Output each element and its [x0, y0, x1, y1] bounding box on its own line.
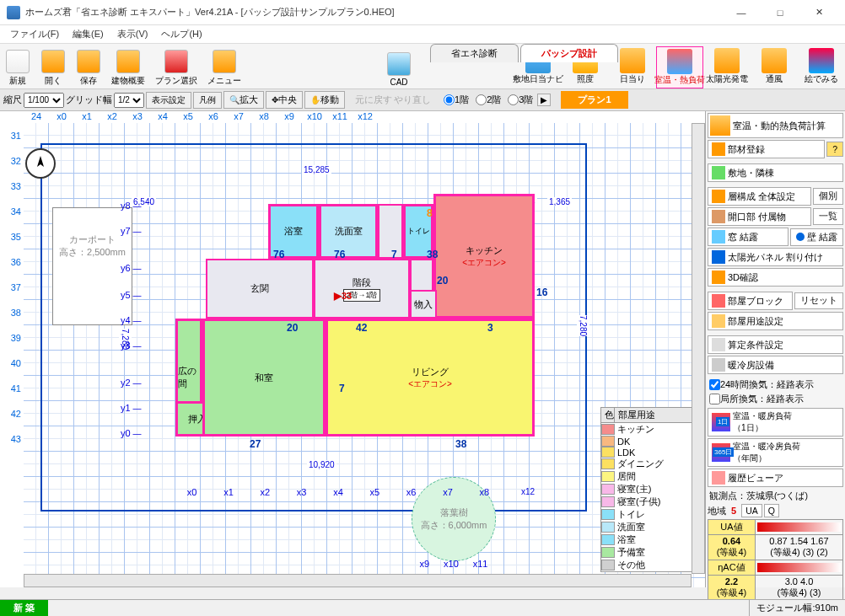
- solar-panel-button[interactable]: 太陽光パネル 割り付け: [708, 248, 843, 266]
- x12-label: x12: [521, 487, 535, 496]
- region-label: 地域: [708, 505, 726, 517]
- help-button[interactable]: ?: [826, 142, 843, 157]
- tab-passive[interactable]: パッシブ設計: [520, 44, 618, 62]
- menu-button[interactable]: メニュー: [202, 48, 246, 88]
- room-block-button[interactable]: 部屋ブロック: [708, 292, 793, 310]
- room-stair[interactable]: 階段2階→1階: [314, 259, 410, 319]
- vent-27: 27: [250, 438, 261, 450]
- q-btn[interactable]: Q: [764, 504, 779, 517]
- vent-38b: 38: [455, 438, 466, 450]
- scale-label: 縮尺: [3, 94, 22, 106]
- vent-16: 16: [536, 287, 547, 298]
- open-button[interactable]: 開く: [35, 48, 71, 88]
- cad-button[interactable]: CAD: [381, 51, 417, 88]
- scale-select[interactable]: 1/100: [24, 93, 64, 108]
- display-settings-button[interactable]: 表示設定: [146, 92, 191, 109]
- close-button[interactable]: ✕: [799, 0, 838, 25]
- scrollbar-h[interactable]: [24, 574, 692, 587]
- bigtool-picture[interactable]: 絵でみる: [798, 46, 845, 88]
- room-washitsu[interactable]: 和室: [202, 319, 326, 437]
- layer-indiv-button[interactable]: 個別: [813, 188, 843, 205]
- compass-icon: [25, 148, 56, 179]
- grid-select[interactable]: 1/2: [114, 93, 144, 108]
- calc-cond-button[interactable]: 算定条件設定: [708, 335, 843, 354]
- room-kitchen[interactable]: キッチン<エアコン>: [433, 194, 535, 319]
- room-storage[interactable]: 物入: [410, 290, 437, 319]
- wall-cond-button[interactable]: 壁 結露: [790, 228, 843, 246]
- calc-1day-button[interactable]: 1日室温・暖房負荷 （1日）: [708, 408, 843, 437]
- maximize-button[interactable]: □: [761, 0, 799, 25]
- y0: y0 —: [121, 428, 141, 438]
- menu-edit[interactable]: 編集(E): [66, 26, 110, 42]
- reset-button[interactable]: リセット: [794, 292, 843, 309]
- chk-local-vent[interactable]: 局所換気：経路表示: [708, 392, 843, 406]
- room-corridor[interactable]: [378, 204, 403, 259]
- center-button[interactable]: ✥中央: [266, 91, 303, 109]
- room-wash[interactable]: 洗面室: [319, 204, 378, 259]
- title: ホームズ君「省エネ診断 エキスパート」Ver4.21A - [パッシブ設計サンプ…: [25, 6, 722, 19]
- status-module: モジュール幅:910m: [749, 600, 845, 616]
- layer-all-button[interactable]: 層構成 全体設定: [708, 187, 811, 206]
- vent-7b: 7: [339, 383, 345, 394]
- y3: y3 —: [121, 340, 141, 351]
- floor-1-radio[interactable]: 1階: [444, 94, 469, 106]
- bigtool-solar[interactable]: 太陽光発電: [703, 46, 751, 88]
- vent-20b: 20: [287, 322, 298, 334]
- zoom-button[interactable]: 🔍拡大: [223, 91, 264, 109]
- opening-list-button[interactable]: 一覧: [813, 208, 843, 225]
- building-button[interactable]: 建物概要: [106, 48, 150, 88]
- redo-label: やり直し: [394, 94, 431, 106]
- history-button[interactable]: 履歴ビューア: [708, 469, 843, 487]
- bigtool-temp-load[interactable]: 室温・熱負荷: [656, 46, 703, 88]
- plan-select-button[interactable]: プラン選択: [150, 48, 202, 88]
- tab-energy[interactable]: 省エネ診断: [430, 44, 519, 62]
- calc-365-button[interactable]: 365日室温・暖冷房負荷 （年間）: [708, 438, 843, 467]
- ua-table: UA値 0.64(等級4)0.87 1.54 1.67(等級4) (3) (2)…: [708, 519, 843, 601]
- hvac-button[interactable]: 暖冷房設備: [708, 356, 843, 374]
- chk-24h-vent[interactable]: 24時間換気：経路表示: [708, 378, 843, 392]
- menu-view[interactable]: 表示(V): [110, 26, 155, 42]
- floor-next-button[interactable]: ▶: [537, 94, 551, 106]
- y7: y7 —: [121, 226, 141, 236]
- vent-76b: 76: [334, 249, 345, 260]
- save-button[interactable]: 保存: [71, 48, 106, 88]
- plan-button[interactable]: プラン1: [561, 91, 627, 109]
- side-title-icon: [710, 115, 730, 136]
- legend-button[interactable]: 凡例: [193, 92, 222, 109]
- window-cond-button[interactable]: 窓 結露: [708, 228, 788, 246]
- part-reg-button[interactable]: 部材登録: [708, 140, 825, 158]
- dim-bottom: 10,920: [307, 460, 336, 469]
- dim-top: 15,285: [302, 165, 331, 174]
- region-value: 5: [731, 506, 736, 516]
- ruler-y: 31323334353637383940414243: [0, 123, 24, 587]
- dim-7280r: 7,280: [577, 315, 589, 336]
- opening-button[interactable]: 開口部 付属物: [708, 207, 811, 226]
- ua-btn[interactable]: UA: [741, 504, 762, 517]
- minimize-button[interactable]: —: [722, 0, 761, 25]
- menu-file[interactable]: ファイル(F): [3, 26, 66, 42]
- room-living[interactable]: リビング<エアコン>: [326, 319, 535, 437]
- mode-tabs: 省エネ診断 パッシブ設計: [430, 44, 620, 62]
- room-genkan[interactable]: 玄関: [206, 259, 314, 319]
- grid-label: グリッド幅: [66, 94, 112, 106]
- new-button[interactable]: 新規: [0, 48, 35, 88]
- app-icon: [7, 6, 20, 19]
- bigtool-wind[interactable]: 通風: [751, 46, 798, 88]
- canvas[interactable]: 24x0x1x2x3x4x5x6x7x8x9x10x11x12 31323334…: [0, 111, 705, 587]
- site-neighbor-button[interactable]: 敷地・隣棟: [708, 163, 843, 182]
- x-bottom-labels: x0x1x2x3x4x5x6x7x8: [174, 487, 503, 497]
- vent-38a: 38: [427, 249, 438, 260]
- ruler-x: 24x0x1x2x3x4x5x6x7x8x9x10x11x12: [24, 111, 705, 123]
- floor-3-radio[interactable]: 3階: [508, 94, 533, 106]
- y2: y2 —: [121, 378, 141, 388]
- menu-help[interactable]: ヘルプ(H): [154, 26, 208, 42]
- scrollbar-v[interactable]: [692, 123, 705, 574]
- 3d-button[interactable]: 3D確認: [708, 268, 843, 287]
- vent-3: 3: [487, 322, 493, 334]
- floor-2-radio[interactable]: 2階: [476, 94, 501, 106]
- vent-42: 42: [356, 322, 367, 334]
- room-use-button[interactable]: 部屋用途設定: [708, 312, 843, 330]
- vent-76a: 76: [273, 249, 284, 260]
- move-button[interactable]: ✋移動: [304, 91, 345, 109]
- undo-label: 元に戻す: [355, 94, 392, 106]
